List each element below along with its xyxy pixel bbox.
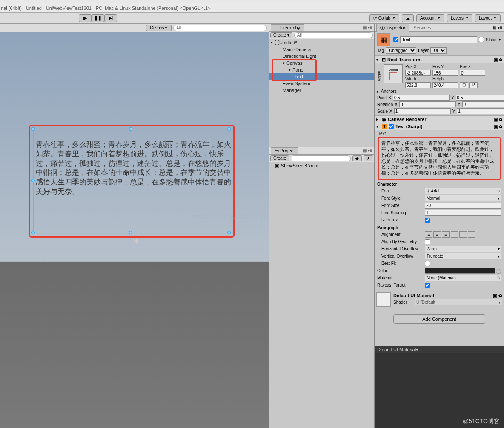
tag-dropdown[interactable]: Untagged <box>386 47 416 54</box>
rot-x-input[interactable] <box>399 101 456 107</box>
handle[interactable] <box>32 179 35 182</box>
hierarchy-search[interactable] <box>294 32 373 38</box>
v-overflow-dropdown[interactable]: Truncate▾ <box>425 253 501 259</box>
pause-button[interactable]: ❚❚ <box>92 14 104 22</box>
account-dropdown[interactable]: Account ▼ <box>416 14 444 22</box>
hierarchy-item-panel[interactable]: ▾Panel <box>269 66 374 73</box>
gameobject-name-input[interactable] <box>400 36 477 43</box>
blog-watermark: @51CTO博客 <box>463 418 500 425</box>
hierarchy-create-dropdown[interactable]: Create ▾ <box>270 32 292 38</box>
panel-lock-icon[interactable]: ▦ ▾≡ <box>363 25 372 30</box>
hierarchy-item-light[interactable]: Directional Light <box>269 53 374 60</box>
gameobject-active-checkbox[interactable] <box>393 37 398 42</box>
gizmos-dropdown[interactable]: Gizmos ▼ <box>146 25 172 31</box>
pivot-y-input[interactable] <box>456 95 504 101</box>
collab-dropdown[interactable]: ⟳ Collab ▼ <box>369 14 399 22</box>
layout-dropdown[interactable]: Layout ▼ <box>475 14 501 22</box>
text-enabled-checkbox[interactable] <box>389 124 394 129</box>
font-size-input[interactable] <box>425 203 501 209</box>
add-component-button[interactable]: Add Component <box>393 314 485 324</box>
project-tab[interactable]: ▭ Project <box>271 147 298 154</box>
rect-transform-header[interactable]: ▾⊞ Rect Transform▣ ✿ <box>375 56 504 63</box>
height-input[interactable] <box>432 82 458 88</box>
static-checkbox[interactable] <box>479 37 484 42</box>
font-style-label: Font Style <box>377 196 425 201</box>
posy-input[interactable] <box>432 70 458 76</box>
rich-text-checkbox[interactable] <box>425 218 430 223</box>
step-button[interactable]: ▶| <box>104 14 117 22</box>
unity-toolbar: ▶ ❚❚ ▶| ⟳ Collab ▼ ☁ Account ▼ Layers ▼ … <box>0 13 504 24</box>
hierarchy-item-manager[interactable]: Manager <box>269 87 374 94</box>
play-button[interactable]: ▶ <box>79 14 92 22</box>
align-by-geometry-label: Align By Geometry <box>377 239 425 244</box>
align-middle-button[interactable]: ≣ <box>459 231 467 238</box>
handle[interactable] <box>227 231 231 234</box>
color-field[interactable] <box>425 268 495 274</box>
handle[interactable] <box>129 127 132 131</box>
font-size-label: Font Size <box>377 203 425 208</box>
material-field[interactable]: None (Material)⊙ <box>425 275 501 281</box>
static-label: Static <box>486 37 496 42</box>
layer-dropdown[interactable]: UI <box>430 47 447 54</box>
rot-y-input[interactable] <box>462 101 504 107</box>
services-tab[interactable]: Services <box>409 25 435 31</box>
character-section: Character <box>377 182 501 187</box>
align-right-button[interactable]: ≡ <box>442 231 450 238</box>
hierarchy-item-camera[interactable]: Main Camera <box>269 46 374 53</box>
handle[interactable] <box>32 127 35 131</box>
scale-y-input[interactable] <box>457 108 504 114</box>
window-titlebar: nal (64bit) - Untitled - UniWebViewTest1… <box>0 3 504 13</box>
project-filter-icon[interactable]: ◆ <box>352 155 362 161</box>
scale-x-input[interactable] <box>394 108 451 114</box>
align-by-geometry-checkbox[interactable] <box>425 239 430 244</box>
handle[interactable] <box>129 231 132 234</box>
pivot-x-input[interactable] <box>393 95 450 101</box>
font-field[interactable]: ⦾ Arial⊙ <box>425 188 501 194</box>
layers-dropdown[interactable]: Layers ▼ <box>447 14 472 22</box>
gameobject-icon[interactable]: ▦ <box>377 33 390 46</box>
canvas-renderer-header[interactable]: ▸◉ Canvas Renderer▣ ✿ <box>375 116 504 123</box>
mac-menubar <box>0 0 504 3</box>
width-input[interactable] <box>405 82 431 88</box>
project-asset[interactable]: ▣ ShowSceneCount <box>269 162 374 169</box>
shader-dropdown[interactable]: UI/Default▾ <box>415 299 502 305</box>
align-bottom-button[interactable]: ≣ <box>468 231 475 238</box>
scale-label: Scale <box>377 109 388 114</box>
align-center-button[interactable]: ≡ <box>433 231 441 238</box>
project-create-dropdown[interactable]: Create ▾ <box>270 155 289 161</box>
text-component-header[interactable]: ▾T Text (Script)▣ ✿ <box>375 123 504 130</box>
hierarchy-item-eventsystem[interactable]: EventSystem <box>269 80 374 87</box>
panel-lock-icon[interactable]: ▦ ▾≡ <box>493 25 502 30</box>
text-value-textarea[interactable]: 青春往事，多么甜蜜；青春岁月，多么靓丽；青春流年，如火如荼。青春里，我们向着梦想… <box>378 137 501 180</box>
hierarchy-tab[interactable]: ☰ Hierarchy <box>271 24 304 31</box>
inspector-tab[interactable]: ⓘ Inspector <box>376 24 409 32</box>
align-top-button[interactable]: ≣ <box>451 231 458 238</box>
color-label: Color <box>377 268 425 273</box>
project-search[interactable] <box>291 155 351 161</box>
posx-input[interactable] <box>405 70 431 76</box>
scene-view[interactable]: 青春往事，多么甜蜜；青春岁月，多么靓丽；青春流年，如火如荼。青春里，我们向着梦想… <box>0 32 269 428</box>
cloud-button[interactable]: ☁ <box>402 14 414 22</box>
font-style-dropdown[interactable]: Normal▾ <box>425 195 501 201</box>
hierarchy-item-text[interactable]: Text <box>269 73 374 80</box>
raw-edit-button[interactable]: R <box>469 82 478 88</box>
hierarchy-item-scene[interactable]: ▾⛶ Untitled* <box>269 39 374 46</box>
best-fit-checkbox[interactable] <box>425 261 430 266</box>
material-thumbnail[interactable] <box>376 292 391 307</box>
h-overflow-dropdown[interactable]: Wrap▾ <box>425 246 501 252</box>
line-spacing-input[interactable] <box>425 210 501 216</box>
scene-search[interactable] <box>173 25 267 31</box>
handle[interactable] <box>227 127 231 131</box>
preview-header[interactable]: Default UI Material ▾ <box>375 346 504 353</box>
posz-input[interactable] <box>460 70 485 76</box>
hierarchy-item-canvas[interactable]: ▾Canvas <box>269 60 374 66</box>
anchor-preset-button[interactable]: center <box>384 64 403 83</box>
panel-lock-icon[interactable]: ▦ ▾≡ <box>363 148 372 153</box>
handle[interactable] <box>32 231 35 234</box>
blueprint-button[interactable]: ⊡ <box>460 82 468 88</box>
align-left-button[interactable]: ≡ <box>425 231 432 238</box>
width-label: Width <box>405 77 431 81</box>
raycast-target-checkbox[interactable] <box>425 283 430 288</box>
project-fav-icon[interactable]: ★ <box>364 155 373 161</box>
anchors-foldout[interactable]: Anchors <box>381 89 426 94</box>
